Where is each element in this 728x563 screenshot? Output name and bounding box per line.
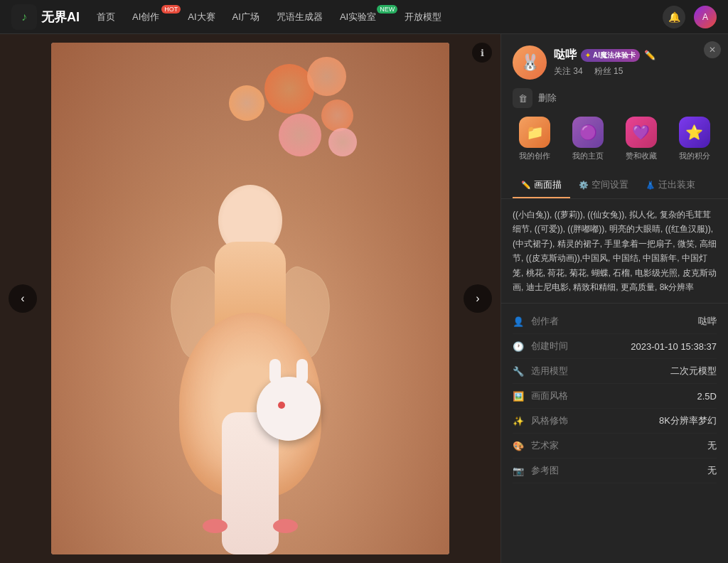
main-area: ℹ ‹ › ✕ 🐰 哒哔 ✦ AI魔法体验卡 ✏️ — [0, 34, 728, 563]
ai-image — [51, 43, 449, 554]
my-creations-icon: 📁 — [519, 117, 550, 148]
user-stats: 关注 34 粉丝 15 — [554, 65, 717, 77]
action-row: 🗑 删除 — [501, 88, 728, 117]
user-info: 哒哔 ✦ AI魔法体验卡 ✏️ 关注 34 粉丝 15 — [554, 48, 717, 77]
qnav-points[interactable]: ⭐ 我的积分 — [672, 117, 717, 161]
rabbit-ear-right — [296, 359, 308, 384]
left-arrow-icon: ‹ — [21, 292, 24, 305]
user-header: 🐰 哒哔 ✦ AI魔法体验卡 ✏️ 关注 34 粉丝 15 — [501, 34, 728, 88]
nav-label-spell: 咒语生成器 — [277, 11, 323, 22]
follow-count: 34 — [573, 66, 582, 76]
edit-icon[interactable]: ✏️ — [644, 50, 655, 60]
notification-bell[interactable]: 🔔 — [663, 6, 685, 28]
right-arrow-icon: › — [476, 292, 479, 305]
shoe-left — [203, 519, 228, 533]
user-name-row: 哒哔 ✦ AI魔法体验卡 ✏️ — [554, 48, 717, 63]
tab-settings[interactable]: ⚙️ 空间设置 — [570, 173, 637, 198]
fans-label: 粉丝 — [594, 66, 611, 76]
logo[interactable]: ♪ 无界AI — [11, 4, 80, 30]
nav-item-home[interactable]: 首页 — [97, 11, 115, 23]
username: 哒哔 — [554, 48, 577, 63]
tab-prompt-icon: ✏️ — [521, 181, 531, 190]
tab-outfit[interactable]: 👗 迁出装束 — [637, 173, 704, 198]
style-value: 2.5D — [697, 391, 717, 402]
tab-prompt[interactable]: ✏️ 画面描 — [513, 173, 570, 198]
prompt-box: ((小白兔)), ((萝莉)), ((仙女兔)), 拟人化, 复杂的毛茸茸细节,… — [501, 199, 728, 304]
delete-label[interactable]: 删除 — [538, 92, 557, 104]
logo-icon: ♪ — [11, 4, 37, 30]
qnav-my-creations[interactable]: 📁 我的创作 — [513, 117, 557, 161]
artist-icon: 🎨 — [513, 441, 527, 451]
nav-item-open-model[interactable]: 开放模型 — [405, 11, 441, 23]
decoration-label: 风格修饰 — [531, 414, 659, 427]
quick-nav: 📁 我的创作 🟣 我的主页 💜 赞和收藏 ⭐ 我的积分 — [501, 117, 728, 173]
info-row-model: 🔧 选用模型 二次元模型 — [513, 359, 717, 384]
fans-count: 15 — [614, 66, 623, 76]
nav-label-ai-create: AI创作 — [132, 11, 159, 22]
tab-settings-label: 空间设置 — [592, 178, 628, 191]
delete-icon[interactable]: 🗑 — [513, 88, 532, 108]
likes-emoji: 💜 — [632, 124, 650, 141]
time-label: 创建时间 — [531, 340, 631, 353]
nav-label-home: 首页 — [97, 11, 115, 22]
new-badge: NEW — [377, 5, 397, 14]
prompt-text: ((小白兔)), ((萝莉)), ((仙女兔)), 拟人化, 复杂的毛茸茸细节,… — [513, 210, 717, 292]
follow-stat: 关注 34 — [554, 65, 583, 77]
tab-outfit-label: 迁出装束 — [658, 178, 695, 191]
tab-prompt-label: 画面描 — [534, 178, 562, 191]
info-icon: ℹ — [481, 48, 484, 58]
my-creations-label: 我的创作 — [519, 151, 550, 161]
magic-badge[interactable]: ✦ AI魔法体验卡 — [581, 49, 640, 62]
info-row-decoration: ✨ 风格修饰 8K分辨率梦幻 — [513, 409, 717, 434]
panel-tabs: ✏️ 画面描 ⚙️ 空间设置 👗 迁出装束 — [501, 173, 728, 199]
nav-item-ai-create[interactable]: AI创作 HOT — [132, 11, 171, 23]
image-info-button[interactable]: ℹ — [472, 43, 492, 63]
nav-label-ai-lab: AI实验室 — [340, 11, 376, 22]
nav-item-ai-contest[interactable]: AI大赛 — [188, 11, 215, 23]
right-panel: ✕ 🐰 哒哔 ✦ AI魔法体验卡 ✏️ 关注 34 — [500, 34, 728, 563]
follow-label: 关注 — [554, 66, 571, 76]
qnav-likes[interactable]: 💜 赞和收藏 — [619, 117, 664, 161]
shoe-right — [273, 519, 298, 533]
hot-badge: HOT — [161, 5, 181, 14]
nav-label-open-model: 开放模型 — [405, 11, 441, 22]
decoration-value: 8K分辨率梦幻 — [659, 414, 717, 427]
rabbit — [257, 377, 321, 441]
info-row-time: 🕐 创建时间 2023-01-10 15:38:37 — [513, 334, 717, 359]
points-emoji: ⭐ — [685, 124, 703, 141]
style-label: 画面风格 — [531, 390, 697, 402]
tab-settings-icon: ⚙️ — [579, 181, 589, 190]
likes-label: 赞和收藏 — [626, 151, 657, 161]
next-image-button[interactable]: › — [464, 284, 492, 313]
reference-icon: 📷 — [513, 466, 527, 476]
model-value: 二次元模型 — [670, 365, 717, 377]
model-icon: 🔧 — [513, 366, 527, 377]
style-icon: 🖼️ — [513, 391, 527, 402]
reference-label: 参考图 — [531, 464, 707, 477]
info-row-creator: 👤 创作者 哒哔 — [513, 309, 717, 334]
time-value: 2023-01-10 15:38:37 — [631, 341, 717, 352]
qnav-my-page[interactable]: 🟣 我的主页 — [566, 117, 611, 161]
creator-value: 哒哔 — [698, 315, 717, 328]
model-label: 选用模型 — [531, 365, 670, 377]
close-button[interactable]: ✕ — [704, 41, 721, 58]
nav-icons: 🔔 A — [663, 6, 717, 28]
badge-star: ✦ — [585, 52, 591, 59]
prev-image-button[interactable]: ‹ — [9, 284, 37, 313]
my-page-label: 我的主页 — [572, 151, 604, 161]
my-page-icon: 🟣 — [572, 117, 604, 148]
reference-value: 无 — [707, 464, 717, 477]
top-navigation: ♪ 无界AI 首页 AI创作 HOT AI大赛 AI广场 咒语生成器 AI实验室… — [0, 0, 728, 34]
user-avatar-nav[interactable]: A — [694, 6, 717, 28]
nav-item-spell[interactable]: 咒语生成器 — [277, 11, 323, 23]
nav-item-ai-plaza[interactable]: AI广场 — [232, 11, 259, 23]
nav-label-ai-plaza: AI广场 — [232, 11, 259, 22]
nav-item-ai-lab[interactable]: AI实验室 NEW — [340, 11, 387, 23]
info-row-style: 🖼️ 画面风格 2.5D — [513, 384, 717, 409]
nav-label-ai-contest: AI大赛 — [188, 11, 215, 22]
time-icon: 🕐 — [513, 341, 527, 352]
tab-outfit-icon: 👗 — [646, 181, 655, 190]
points-label: 我的积分 — [679, 151, 710, 161]
my-creations-emoji: 📁 — [526, 124, 544, 141]
my-page-emoji: 🟣 — [579, 124, 597, 141]
